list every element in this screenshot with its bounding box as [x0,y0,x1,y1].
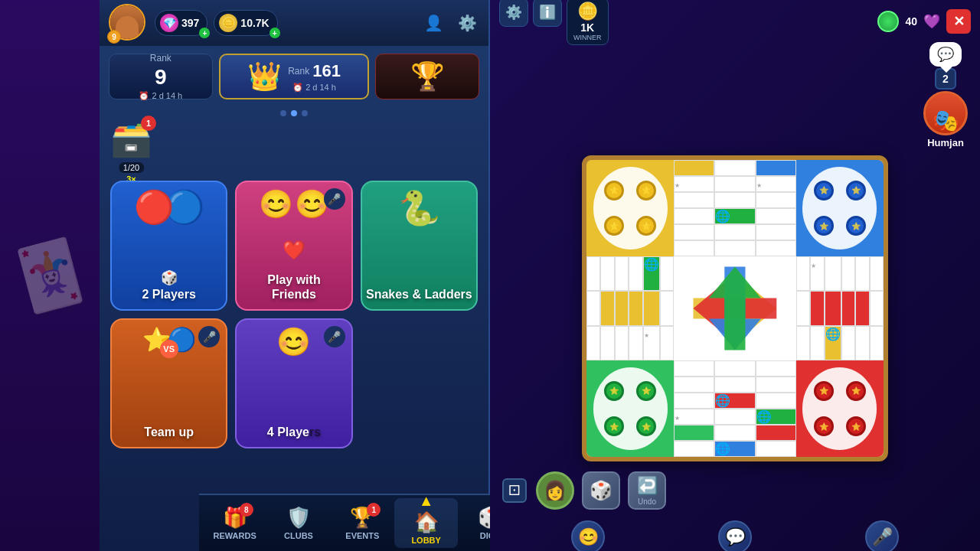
green-tokens: ⭐ ⭐ ⭐ ⭐ [593,367,668,449]
chest-area: 🗃️ 1 1/20 3× [100,119,488,159]
path-cell [855,326,869,360]
settings-button[interactable]: ⚙️ [455,11,479,35]
gems-pill[interactable]: 💎 397 + [155,10,207,36]
path-cell [674,160,714,176]
green-corner: ⭐ ⭐ ⭐ ⭐ [586,360,674,457]
game-modes-grid: 🔴 🔵 🎲 2 Players 🎤 😊 😊 ❤️ Play withFriend… [100,174,488,448]
nav-clubs[interactable]: 🛡️ CLUBS [266,503,330,543]
settings-game-button[interactable]: ⚙️ [499,0,528,27]
ludo-board: ⭐ ⭐ ⭐ ⭐ ★ ★ 🌐 [582,155,888,461]
green-token-3: ⭐ [604,416,624,436]
red-token-2: ⭐ [846,381,866,401]
red-token-3: ⭐ [814,416,834,436]
undo-button[interactable]: ↩️ Undo [628,471,666,510]
path-cell [841,291,855,325]
rank-card-2[interactable]: 👑 Rank 161 ⏰ 2 d 14 h [219,54,370,99]
board-center [674,256,796,360]
snakes-label: Snakes & Ladders [366,287,472,302]
path-cell: ★ [674,409,714,425]
2players-label: 2 Players [142,287,196,302]
center-arrows-svg [674,256,796,360]
coins-pill[interactable]: 🪙 10.7K + [214,10,277,36]
rank-card-3[interactable]: 🏆 [375,54,479,99]
path-cell [600,291,614,325]
dice-mini-icon: ⚀ [502,478,527,503]
path-cell [855,256,869,291]
4players-label: 4 Players [267,425,321,439]
game-mode-2players[interactable]: 🔴 🔵 🎲 2 Players [110,181,227,311]
green-token-4: ⭐ [636,416,656,436]
game-controls-left: ⚙️ ℹ️ 🪙 1K WINNER [499,0,609,45]
path-cell [586,291,600,325]
dot-3[interactable] [302,110,308,116]
green-token-2: ⭐ [636,381,656,401]
path-cell [660,326,674,360]
close-game-button[interactable]: ✕ [946,9,971,34]
player-avatar-container[interactable]: 9 [109,4,147,42]
yellow-corner: ⭐ ⭐ ⭐ ⭐ [586,160,674,256]
path-cell [586,256,600,291]
path-cell [674,441,714,457]
game-mode-snakes[interactable]: 🐍 Snakes & Ladders [361,181,478,311]
blue-corner: ⭐ ⭐ ⭐ ⭐ [796,160,884,256]
winner-coin-icon: 🪙 [577,2,598,21]
path-cell [796,291,810,325]
chat-button[interactable]: 💬 [718,520,752,551]
path-cell: 🌐 [643,256,660,291]
nav-events[interactable]: 🏆 1 EVENTS [331,503,394,543]
path-cell: 🌐 [714,441,755,457]
path-cell [855,291,869,325]
green-token-1: ⭐ [604,381,624,401]
dot-1[interactable] [280,110,286,116]
friends-button[interactable]: 👤 [421,11,446,35]
4players-mic: 🎤 [324,326,345,347]
blue-token-3: ⭐ [814,216,834,236]
game-mode-teamup[interactable]: 🎤 ⭐ 🔵 VS Team up [110,318,227,448]
game-mode-4players[interactable]: 🎤 😊 4 Players [235,318,352,448]
mic-button[interactable]: 🎤 [865,520,899,551]
emoji-chat-bar: 😊 💬 🎤 [490,516,980,551]
carousel-dots [100,110,488,116]
path-cell [674,224,714,240]
right-panel: ⚙️ ℹ️ 🪙 1K WINNER 40 💜 ✕ 💬 2 🎭 [490,0,980,551]
path-cell [714,192,755,208]
path-cell [796,256,810,291]
purple-gem-icon: 💜 [923,13,940,30]
red-tokens: ⭐ ⭐ ⭐ ⭐ [802,367,877,449]
path-cell [870,326,884,360]
info-button[interactable]: ℹ️ [533,0,562,27]
path-cell [615,326,629,360]
dice-roll-button[interactable]: 🎲 [582,471,620,510]
player-row: 👩 🎲 ↩️ Undo [536,471,968,510]
gem-icon: 💎 [160,14,178,32]
path-cell: 🌐 [756,409,796,425]
chest-badge: 1 [141,116,156,131]
nav-lobby[interactable]: ▲ 🏠 LOBBY [394,498,458,548]
path-cell [674,192,714,208]
red-corner: ⭐ ⭐ ⭐ ⭐ [796,360,884,457]
nav-rewards[interactable]: 🎁 8 REWARDS [203,503,266,543]
path-cell [825,291,841,325]
player-avatar: 👩 [536,471,574,510]
winner-amount: 1K [580,21,594,34]
left-decoration: 🃏 [0,0,100,551]
path-cell [756,208,796,224]
dot-2[interactable] [291,110,297,116]
ludo-board-container: ⭐ ⭐ ⭐ ⭐ ★ ★ 🌐 [490,152,980,465]
clubs-icon: 🛡️ [286,506,311,530]
add-coins-button[interactable]: + [270,28,280,38]
path-cell [756,393,796,409]
red-token-4: ⭐ [846,416,866,436]
left-path: 🌐 ★ [586,256,674,360]
gem-count: 40 [905,15,917,28]
rank-card-1[interactable]: Rank 9 ⏰ 2 d 14 h [109,54,213,99]
add-gems-button[interactable]: + [199,28,210,38]
chest-widget[interactable]: 🗃️ 1 1/20 3× [110,119,152,159]
coins-value: 10.7K [240,17,269,29]
path-cell: 🌐 [714,208,755,224]
game-mode-friends[interactable]: 🎤 😊 😊 ❤️ Play withFriends [235,181,352,311]
path-cell [615,291,629,325]
yellow-token-2: ⭐ [636,181,656,201]
emoji-button[interactable]: 😊 [571,520,605,551]
path-cell [674,377,714,393]
